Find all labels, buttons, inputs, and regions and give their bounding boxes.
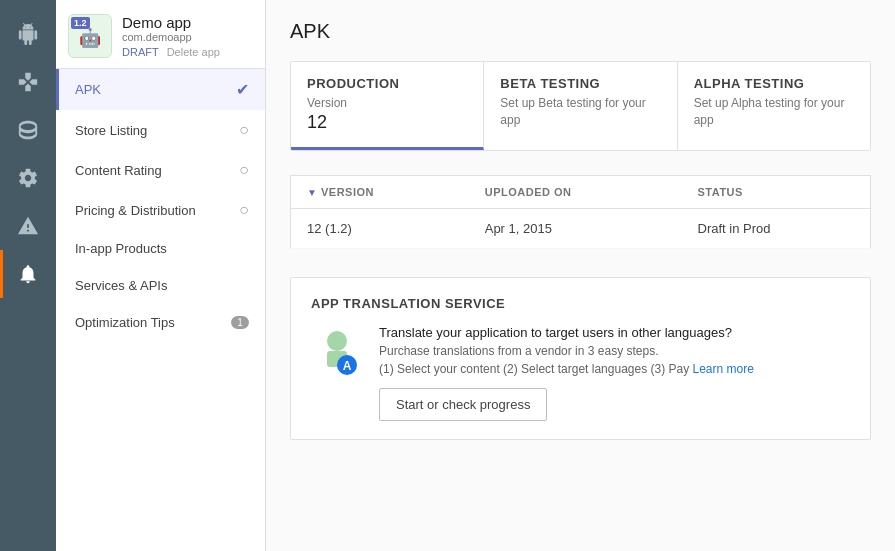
translation-headline: Translate your application to target use… xyxy=(379,325,850,340)
nav-label-optimization: Optimization Tips xyxy=(75,315,175,330)
col-uploaded-on: UPLOADED ON xyxy=(469,175,682,208)
nav-label-store-listing: Store Listing xyxy=(75,123,147,138)
games-rail-icon[interactable] xyxy=(0,58,56,106)
sort-arrow-icon: ▼ xyxy=(307,187,317,198)
tab-beta[interactable]: BETA TESTING Set up Beta testing for you… xyxy=(484,62,677,150)
sidebar: 1.2 🤖 Demo app com.demoapp DRAFT Delete … xyxy=(56,0,266,551)
translation-section: APP TRANSLATION SERVICE A Translate your… xyxy=(290,277,871,440)
translation-icon: A xyxy=(311,325,363,377)
alpha-tab-description: Set up Alpha testing for your app xyxy=(694,95,854,129)
translation-steps: (1) Select your content (2) Select targe… xyxy=(379,362,850,376)
draft-badge: DRAFT xyxy=(122,46,159,58)
nav-item-content-rating[interactable]: Content Rating ○ xyxy=(56,150,265,190)
page-title: APK xyxy=(290,20,871,43)
translation-body: A Translate your application to target u… xyxy=(311,325,850,421)
app-package: com.demoapp xyxy=(122,31,220,43)
tab-production[interactable]: PRODUCTION Version 12 xyxy=(291,62,484,150)
learn-more-link[interactable]: Learn more xyxy=(693,362,754,376)
apk-table: ▼ VERSION UPLOADED ON STATUS 12 (1.2) Ap… xyxy=(290,175,871,249)
beta-tab-label: BETA TESTING xyxy=(500,76,660,91)
nav-item-store-listing[interactable]: Store Listing ○ xyxy=(56,110,265,150)
nav-item-pricing[interactable]: Pricing & Distribution ○ xyxy=(56,190,265,230)
production-version-value: 12 xyxy=(307,112,467,133)
android-symbol: 🤖 xyxy=(79,27,101,49)
row-version: 12 (1.2) xyxy=(291,208,469,248)
database-rail-icon[interactable] xyxy=(0,106,56,154)
app-info: Demo app com.demoapp DRAFT Delete app xyxy=(122,14,220,58)
col-version-label: VERSION xyxy=(321,186,374,198)
nav-item-optimization[interactable]: Optimization Tips 1 xyxy=(56,304,265,341)
col-version[interactable]: ▼ VERSION xyxy=(291,175,469,208)
production-version-label: Version xyxy=(307,95,467,112)
beta-tab-description: Set up Beta testing for your app xyxy=(500,95,660,129)
nav-label-apk: APK xyxy=(75,82,101,97)
svg-point-0 xyxy=(327,331,347,351)
alpha-tab-label: ALPHA TESTING xyxy=(694,76,854,91)
delete-app-link[interactable]: Delete app xyxy=(167,46,220,58)
app-icon: 1.2 🤖 xyxy=(68,14,112,58)
translation-title: APP TRANSLATION SERVICE xyxy=(311,296,850,311)
nav-label-services: Services & APIs xyxy=(75,278,167,293)
start-check-progress-button[interactable]: Start or check progress xyxy=(379,388,547,421)
settings-rail-icon[interactable] xyxy=(0,154,56,202)
android-rail-icon[interactable] xyxy=(0,10,56,58)
row-uploaded-on: Apr 1, 2015 xyxy=(469,208,682,248)
tab-alpha[interactable]: ALPHA TESTING Set up Alpha testing for y… xyxy=(678,62,870,150)
warning-rail-icon[interactable] xyxy=(0,202,56,250)
row-status: Draft in Prod xyxy=(682,208,871,248)
main-content: APK PRODUCTION Version 12 BETA TESTING S… xyxy=(266,0,895,551)
nav-label-content-rating: Content Rating xyxy=(75,163,162,178)
nav-item-apk[interactable]: APK ✔ xyxy=(56,69,265,110)
main-content-area: APK PRODUCTION Version 12 BETA TESTING S… xyxy=(266,0,895,551)
app-status: DRAFT Delete app xyxy=(122,46,220,58)
icon-rail xyxy=(0,0,56,551)
svg-text:A: A xyxy=(343,359,352,373)
notification-rail-icon[interactable] xyxy=(0,250,56,298)
version-badge: 1.2 xyxy=(71,17,90,29)
production-tab-label: PRODUCTION xyxy=(307,76,467,91)
nav-section: APK ✔ Store Listing ○ Content Rating ○ P… xyxy=(56,69,265,551)
check-icon-store-listing: ○ xyxy=(239,121,249,139)
app-header: 1.2 🤖 Demo app com.demoapp DRAFT Delete … xyxy=(56,0,265,69)
app-name: Demo app xyxy=(122,14,220,31)
check-icon-apk: ✔ xyxy=(236,80,249,99)
translation-text: Translate your application to target use… xyxy=(379,325,850,421)
tab-cards: PRODUCTION Version 12 BETA TESTING Set u… xyxy=(290,61,871,151)
optimization-badge: 1 xyxy=(231,316,249,329)
nav-label-pricing: Pricing & Distribution xyxy=(75,203,196,218)
table-row: 12 (1.2) Apr 1, 2015 Draft in Prod xyxy=(291,208,871,248)
check-icon-pricing: ○ xyxy=(239,201,249,219)
translation-subtext: Purchase translations from a vendor in 3… xyxy=(379,344,850,358)
check-icon-content-rating: ○ xyxy=(239,161,249,179)
nav-label-inapp: In-app Products xyxy=(75,241,167,256)
nav-item-inapp[interactable]: In-app Products xyxy=(56,230,265,267)
col-status: STATUS xyxy=(682,175,871,208)
nav-item-services[interactable]: Services & APIs xyxy=(56,267,265,304)
